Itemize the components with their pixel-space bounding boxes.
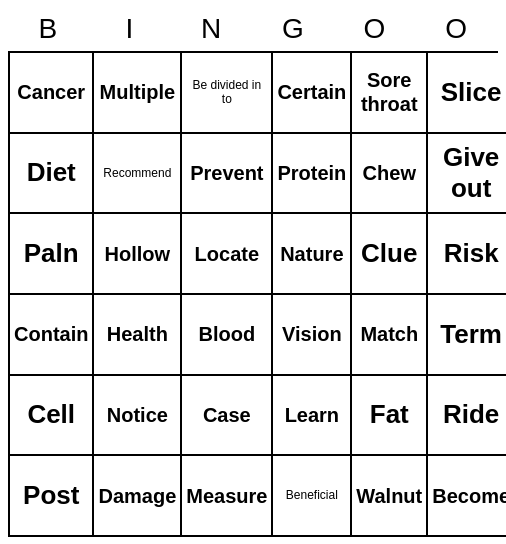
header-letter-o-5: O <box>416 7 498 51</box>
bingo-cell-4-2: Case <box>182 376 273 457</box>
bingo-grid: CancerMultipleBe divided in toCertainSor… <box>8 51 498 537</box>
bingo-cell-0-1: Multiple <box>94 53 182 134</box>
header-letter-g-3: G <box>253 7 335 51</box>
header-letter-b-0: B <box>8 7 90 51</box>
header-letter-i-1: I <box>90 7 172 51</box>
header-letter-n-2: N <box>171 7 253 51</box>
bingo-cell-1-3: Protein <box>273 134 352 215</box>
bingo-cell-3-3: Vision <box>273 295 352 376</box>
bingo-cell-3-1: Health <box>94 295 182 376</box>
bingo-cell-1-0: Diet <box>10 134 94 215</box>
bingo-cell-4-1: Notice <box>94 376 182 457</box>
bingo-board: BINGOO CancerMultipleBe divided in toCer… <box>8 7 498 537</box>
bingo-cell-0-3: Certain <box>273 53 352 134</box>
bingo-cell-2-1: Hollow <box>94 214 182 295</box>
bingo-cell-5-5: Become <box>428 456 506 537</box>
bingo-cell-5-0: Post <box>10 456 94 537</box>
bingo-cell-1-2: Prevent <box>182 134 273 215</box>
bingo-cell-3-4: Match <box>352 295 428 376</box>
bingo-cell-4-0: Cell <box>10 376 94 457</box>
bingo-cell-4-5: Ride <box>428 376 506 457</box>
bingo-cell-3-0: Contain <box>10 295 94 376</box>
bingo-cell-4-4: Fat <box>352 376 428 457</box>
bingo-cell-2-0: Paln <box>10 214 94 295</box>
bingo-cell-0-4: Sore throat <box>352 53 428 134</box>
bingo-cell-0-2: Be divided in to <box>182 53 273 134</box>
bingo-cell-0-5: Slice <box>428 53 506 134</box>
bingo-cell-1-4: Chew <box>352 134 428 215</box>
bingo-header: BINGOO <box>8 7 498 51</box>
bingo-cell-2-5: Risk <box>428 214 506 295</box>
header-letter-o-4: O <box>335 7 417 51</box>
bingo-cell-0-0: Cancer <box>10 53 94 134</box>
bingo-cell-5-1: Damage <box>94 456 182 537</box>
bingo-cell-1-1: Recommend <box>94 134 182 215</box>
bingo-cell-2-4: Clue <box>352 214 428 295</box>
bingo-cell-3-5: Term <box>428 295 506 376</box>
bingo-cell-3-2: Blood <box>182 295 273 376</box>
bingo-cell-1-5: Give out <box>428 134 506 215</box>
bingo-cell-5-3: Beneficial <box>273 456 352 537</box>
bingo-cell-2-2: Locate <box>182 214 273 295</box>
bingo-cell-4-3: Learn <box>273 376 352 457</box>
bingo-cell-5-2: Measure <box>182 456 273 537</box>
bingo-cell-2-3: Nature <box>273 214 352 295</box>
bingo-cell-5-4: Walnut <box>352 456 428 537</box>
